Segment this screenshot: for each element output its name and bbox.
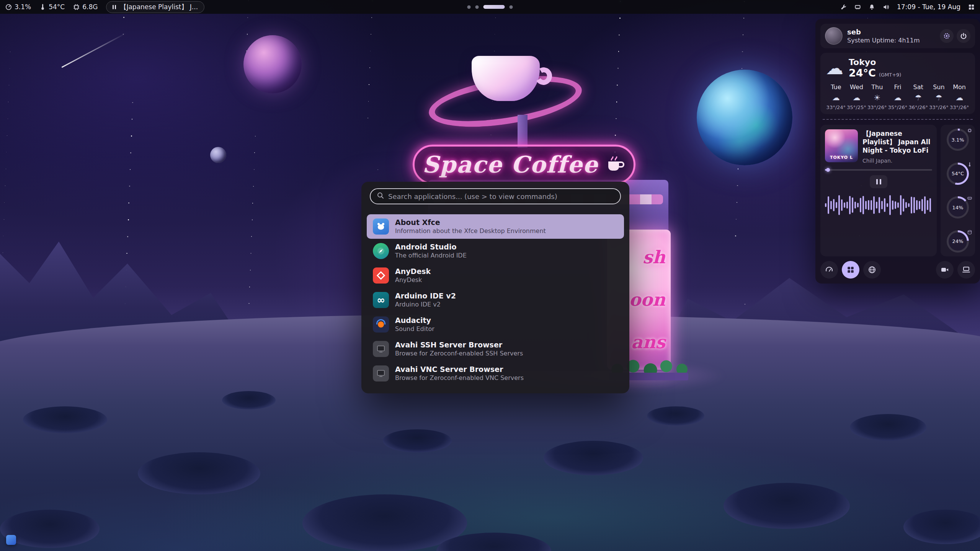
weather-forecast: Tue☁33°/24° Wed☁35°/25° Thu☀33°/26° Fri☁… xyxy=(826,83,970,110)
volume-icon[interactable] xyxy=(883,4,889,10)
workspace-indicator xyxy=(467,0,513,14)
sign-pole xyxy=(518,115,528,148)
workspace-active-pill[interactable] xyxy=(483,5,505,9)
album-label: TOKYO L xyxy=(825,155,858,160)
audacity-icon xyxy=(373,316,389,333)
app-launcher: About XfceInformation about the Xfce Des… xyxy=(361,182,629,393)
desktop: Space Coffee sh oon ans 3.1% 54°C xyxy=(0,0,980,551)
settings-button[interactable] xyxy=(940,29,954,43)
result-title: Avahi VNC Server Browser xyxy=(395,365,524,374)
result-subtitle: Information about the Xfce Desktop Envir… xyxy=(395,227,546,235)
gauge-value: 3.1% xyxy=(951,137,964,143)
bell-icon[interactable] xyxy=(869,4,875,10)
network-globe-button[interactable] xyxy=(863,261,881,279)
apps-grid-icon[interactable] xyxy=(968,4,975,10)
result-subtitle: Browse for Zeroconf-enabled VNC Servers xyxy=(395,374,524,382)
performance-button[interactable] xyxy=(820,261,838,279)
weather-day-icon: ☁ xyxy=(826,93,846,102)
launcher-result-avahi-ssh[interactable]: Avahi SSH Server BrowserBrowse for Zeroc… xyxy=(367,337,624,361)
neon-sign-text: Space Coffee xyxy=(422,151,598,178)
workspace-dot[interactable] xyxy=(510,5,513,9)
media-subtitle: Chill Japan. xyxy=(862,158,932,164)
xfce-logo-icon xyxy=(373,218,389,235)
media-pause-button[interactable] xyxy=(870,175,887,188)
screencast-button[interactable] xyxy=(936,261,954,279)
launcher-result-android-studio[interactable]: Android StudioThe official Android IDE xyxy=(367,239,624,263)
result-title: Avahi SSH Server Browser xyxy=(395,341,523,350)
gauge-value: 14% xyxy=(952,205,964,210)
weather-day-icon: ☀ xyxy=(867,93,887,102)
clock[interactable]: 17:09 - Tue, 19 Aug xyxy=(897,3,960,11)
android-studio-icon xyxy=(373,243,389,259)
cpu-gauge: 3.1% xyxy=(947,129,969,151)
weather-day-icon: ☂ xyxy=(908,93,929,102)
media-title: 【Japanese Playlist】 Japan All Night - To… xyxy=(862,129,932,155)
now-playing-pill[interactable]: 【Japanese Playlist】 J... xyxy=(106,1,204,13)
apps-button[interactable] xyxy=(842,261,859,279)
weather-city: Tokyo xyxy=(849,57,901,67)
window-line: oon xyxy=(629,289,665,310)
anydesk-icon xyxy=(373,267,389,284)
result-title: Arduino IDE v2 xyxy=(395,292,456,301)
gauge-value: 54°C xyxy=(952,171,964,176)
cpu-meter-icon xyxy=(5,4,12,10)
temperature-gauge: 54°C xyxy=(947,163,969,185)
ram-icon xyxy=(967,195,972,202)
avahi-ssh-icon xyxy=(373,341,389,357)
thermometer-icon xyxy=(967,161,972,168)
display-button[interactable] xyxy=(957,261,975,279)
neon-sign: Space Coffee xyxy=(413,145,635,184)
result-title: About Xfce xyxy=(395,218,546,227)
power-button[interactable] xyxy=(957,29,970,43)
system-uptime: System Uptime: 4h11m xyxy=(847,37,920,44)
divider xyxy=(823,119,973,120)
cpu-stat: 3.1% xyxy=(5,3,31,11)
tools-icon[interactable] xyxy=(840,4,847,10)
avahi-vnc-icon xyxy=(373,365,389,381)
forecast-day: Sat☂36°/26° xyxy=(908,83,929,110)
launcher-result-audacity[interactable]: AudacitySound Editor xyxy=(367,312,624,337)
cpu-value: 3.1% xyxy=(15,3,31,11)
launcher-result-arduino[interactable]: ∞ Arduino IDE v2Arduino IDE v2 xyxy=(367,288,624,312)
forecast-day: Fri☁35°/26° xyxy=(887,83,908,110)
temperature-stat: 54°C xyxy=(39,3,65,11)
forecast-day: Tue☁33°/24° xyxy=(826,83,846,110)
launcher-result-anydesk[interactable]: AnyDeskAnyDesk xyxy=(367,263,624,288)
system-gauges: 3.1% 54°C 14% 24% xyxy=(941,125,975,256)
workspace-dot[interactable] xyxy=(475,5,479,9)
desktop-shortcut-icon[interactable] xyxy=(6,535,16,545)
arduino-icon: ∞ xyxy=(373,292,389,308)
weather-day-icon: ☂ xyxy=(929,93,949,102)
quick-actions xyxy=(820,261,975,279)
workspace-dot[interactable] xyxy=(467,5,471,9)
control-center-panel: seb System Uptime: 4h11m ☁ Tokyo 24°C (G… xyxy=(815,19,980,284)
network-icon[interactable] xyxy=(854,4,861,10)
forecast-day: Thu☀33°/26° xyxy=(867,83,887,110)
launcher-result-avahi-vnc[interactable]: Avahi VNC Server BrowserBrowse for Zeroc… xyxy=(367,361,624,386)
memory-gauge: 14% xyxy=(947,196,969,218)
result-subtitle: Arduino IDE v2 xyxy=(395,301,456,308)
cpu-icon xyxy=(967,127,972,134)
media-progress-bar[interactable] xyxy=(825,169,932,171)
weather-card: ☁ Tokyo 24°C (GMT+9) Tue☁33°/24° Wed☁35°… xyxy=(820,53,975,114)
thermometer-icon xyxy=(39,4,46,10)
forecast-day: Sun☂33°/26° xyxy=(929,83,949,110)
pause-icon xyxy=(113,5,116,9)
result-subtitle: The official Android IDE xyxy=(395,252,467,259)
window-line: sh xyxy=(643,247,665,267)
memory-stat: 6.8G xyxy=(73,3,98,11)
media-player-card: TOKYO L 【Japanese Playlist】 Japan All Ni… xyxy=(820,125,937,256)
search-bar[interactable] xyxy=(370,188,621,204)
now-playing-label: 【Japanese Playlist】 J... xyxy=(120,3,198,11)
results-list: About XfceInformation about the Xfce Des… xyxy=(366,214,625,386)
launcher-result-about-xfce[interactable]: About XfceInformation about the Xfce Des… xyxy=(367,214,624,239)
result-title: AnyDesk xyxy=(395,267,431,276)
user-card: seb System Uptime: 4h11m xyxy=(820,24,975,48)
result-subtitle: Browse for Zeroconf-enabled SSH Servers xyxy=(395,350,523,357)
search-input[interactable] xyxy=(388,192,614,201)
memory-chip-icon xyxy=(73,4,80,10)
weather-timezone: (GMT+9) xyxy=(879,72,902,78)
result-subtitle: AnyDesk xyxy=(395,276,431,284)
progress-knob[interactable] xyxy=(826,168,830,172)
weather-day-icon: ☁ xyxy=(949,93,970,102)
